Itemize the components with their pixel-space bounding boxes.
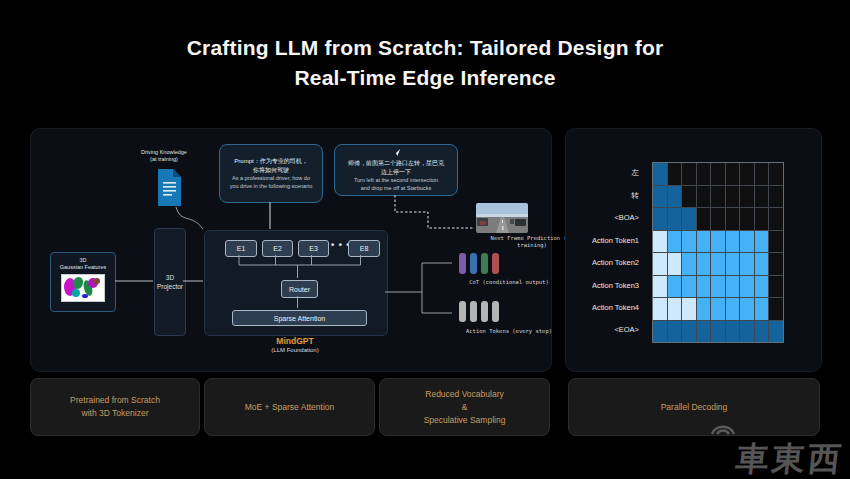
mask-cell xyxy=(682,231,696,253)
mask-cell xyxy=(769,253,783,275)
action-token-bar xyxy=(481,301,488,322)
mask-cell xyxy=(726,298,740,320)
mask-cell xyxy=(697,253,711,275)
mask-cell xyxy=(740,276,754,298)
mask-cell xyxy=(711,163,725,185)
mindgpt-sublabel: (LLM Foundation) xyxy=(204,347,386,353)
mask-cell xyxy=(769,321,783,343)
mask-cell xyxy=(711,231,725,253)
mask-cell xyxy=(682,321,696,343)
watermark-logo: 車東西 xyxy=(734,442,845,475)
watermark-signal-icon xyxy=(708,421,738,435)
action-token-bars xyxy=(459,301,499,322)
prompt-en-1: As a professional driver, how do xyxy=(224,175,318,182)
projector-box: 3D Projector xyxy=(154,228,186,336)
mask-cell xyxy=(653,231,667,253)
mask-cell xyxy=(769,276,783,298)
attention-mask-grid xyxy=(652,162,784,343)
mask-cell xyxy=(697,231,711,253)
mask-cell xyxy=(740,298,754,320)
mask-cell xyxy=(682,298,696,320)
mask-cell xyxy=(653,208,667,230)
slide-title: Crafting LLM from Scratch: Tailored Desi… xyxy=(0,33,850,93)
mask-cell xyxy=(755,298,769,320)
mask-cell xyxy=(697,321,711,343)
architecture-panel: Driving Knowledge (at training) Prompt：作… xyxy=(30,128,552,372)
mask-cell xyxy=(653,186,667,208)
mask-cell xyxy=(740,321,754,343)
mask-cell xyxy=(726,163,740,185)
mask-cell xyxy=(653,321,667,343)
voice-en-1: Turn left at the second intersection xyxy=(339,177,453,184)
mask-cell xyxy=(697,298,711,320)
router-box: Router xyxy=(281,280,318,298)
mask-row-label: 左 xyxy=(566,162,646,184)
voice-zh-1: 师傅，前面第二个路口左转，星巴克 xyxy=(339,159,453,167)
mask-row-labels: 左转<BOA>Action Token1Action Token2Action … xyxy=(566,162,646,341)
expert-e3: E3 xyxy=(298,240,329,257)
mask-cell xyxy=(711,253,725,275)
mask-row-label: Action Token1 xyxy=(566,229,646,251)
mask-cell xyxy=(668,163,682,185)
mask-cell xyxy=(668,321,682,343)
slide-title-line2: Real-Time Edge Inference xyxy=(0,63,850,93)
mask-cell xyxy=(668,298,682,320)
mask-cell xyxy=(755,253,769,275)
mask-cell xyxy=(740,208,754,230)
mask-cell xyxy=(769,208,783,230)
mask-cell xyxy=(653,298,667,320)
mask-cell xyxy=(682,208,696,230)
mask-cell xyxy=(769,298,783,320)
mask-cell xyxy=(755,186,769,208)
mask-cell xyxy=(769,231,783,253)
mask-cell xyxy=(740,231,754,253)
parallel-decoding-panel: 左转<BOA>Action Token1Action Token2Action … xyxy=(565,128,822,372)
mask-cell xyxy=(697,208,711,230)
mask-cell xyxy=(726,186,740,208)
mask-cell xyxy=(668,231,682,253)
mask-cell xyxy=(668,253,682,275)
next-frame-image xyxy=(476,203,528,233)
mask-cell xyxy=(726,208,740,230)
mask-cell xyxy=(711,208,725,230)
mask-cell xyxy=(740,163,754,185)
mask-row-label: Action Token2 xyxy=(566,252,646,274)
voice-en-2: and drop me off at Starbucks xyxy=(339,185,453,192)
mask-cell xyxy=(755,276,769,298)
mask-cell xyxy=(755,231,769,253)
slide-title-line1: Crafting LLM from Scratch: Tailored Desi… xyxy=(0,33,850,63)
gaussian-segmentation-image xyxy=(61,274,105,302)
expert-e2: E2 xyxy=(262,240,293,257)
mask-row-label: 转 xyxy=(566,184,646,206)
voice-command-box: 师傅，前面第二个路口左转，星巴克 边上停一下 Turn left at the … xyxy=(334,144,458,196)
mask-cell xyxy=(711,321,725,343)
gaussian-features-box: 3D Gaussian Features xyxy=(50,252,116,312)
expert-e1: E1 xyxy=(225,240,257,257)
mask-cell xyxy=(740,253,754,275)
mask-cell xyxy=(711,298,725,320)
mask-cell xyxy=(755,321,769,343)
mask-cell xyxy=(682,163,696,185)
cot-bar xyxy=(481,253,488,274)
mask-cell xyxy=(668,276,682,298)
summary-box-parallel: Parallel Decoding xyxy=(568,378,820,436)
mask-cell xyxy=(726,253,740,275)
navigation-icon xyxy=(392,148,401,157)
mask-cell xyxy=(682,186,696,208)
mask-cell xyxy=(711,276,725,298)
action-token-bar xyxy=(470,301,477,322)
mask-cell xyxy=(682,276,696,298)
mask-cell xyxy=(697,163,711,185)
action-token-bar xyxy=(459,301,466,322)
mask-cell xyxy=(711,186,725,208)
mask-cell xyxy=(740,186,754,208)
driving-knowledge-label: Driving Knowledge (at training) xyxy=(104,149,224,163)
mask-cell xyxy=(769,163,783,185)
mask-cell xyxy=(682,253,696,275)
mask-cell xyxy=(755,163,769,185)
mask-cell xyxy=(697,186,711,208)
mask-row-label: Action Token3 xyxy=(566,274,646,296)
prompt-en-2: you drive in the following scenario xyxy=(224,183,318,190)
mask-row-label: Action Token4 xyxy=(566,296,646,318)
mask-cell xyxy=(653,276,667,298)
